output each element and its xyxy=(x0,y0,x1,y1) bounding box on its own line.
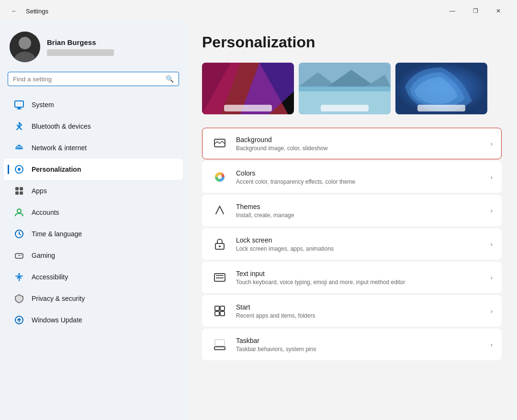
nav-list: System Bluetooth & devices Network & int… xyxy=(0,94,187,331)
svg-point-47 xyxy=(219,245,221,247)
item-title-start: Start xyxy=(236,303,250,311)
thumb-taskbar-3 xyxy=(417,105,465,111)
avatar xyxy=(10,32,40,62)
user-email-redacted xyxy=(47,49,114,56)
apps-icon xyxy=(13,185,25,197)
wallpaper-thumb-3[interactable] xyxy=(395,63,487,114)
settings-item-themes[interactable]: Themes Install, create, manage › xyxy=(202,195,502,226)
accessibility-icon xyxy=(13,271,25,283)
item-title-colors: Colors xyxy=(236,169,255,177)
update-icon xyxy=(13,314,25,326)
svg-rect-59 xyxy=(214,347,225,350)
svg-rect-12 xyxy=(15,191,19,195)
sidebar-item-update[interactable]: Windows Update xyxy=(4,309,183,331)
sidebar-item-accessibility[interactable]: Accessibility xyxy=(4,266,183,287)
title-bar: ← Settings — ❐ ✕ xyxy=(0,0,517,20)
maximize-button[interactable]: ❐ xyxy=(464,3,486,19)
sidebar-item-apps[interactable]: Apps xyxy=(4,180,183,201)
nav-label-system: System xyxy=(32,101,173,109)
sidebar-item-privacy[interactable]: Privacy & security xyxy=(4,288,183,309)
item-text-start: Start Recent apps and items, folders xyxy=(236,303,483,319)
svg-point-7 xyxy=(19,148,20,150)
nav-label-privacy: Privacy & security xyxy=(32,295,173,302)
settings-item-textinput[interactable]: Text input Touch keyboard, voice typing,… xyxy=(202,262,502,293)
chevron-icon-start: › xyxy=(491,308,493,315)
item-title-themes: Themes xyxy=(236,203,260,210)
svg-rect-48 xyxy=(214,274,225,281)
item-text-themes: Themes Install, create, manage xyxy=(236,202,483,219)
chevron-icon-textinput: › xyxy=(491,274,493,281)
app-body: Brian Burgess 🔍 System Bluetooth & devic… xyxy=(0,20,517,420)
nav-label-gaming: Gaming xyxy=(32,252,173,259)
item-title-background: Background xyxy=(236,136,272,144)
chevron-icon-colors: › xyxy=(491,174,493,181)
sidebar-item-system[interactable]: System xyxy=(4,94,183,115)
nav-label-accounts: Accounts xyxy=(32,209,173,216)
sidebar-item-accounts[interactable]: Accounts xyxy=(4,202,183,223)
thumb-taskbar-2 xyxy=(321,105,369,111)
nav-label-update: Windows Update xyxy=(32,316,173,324)
search-input[interactable] xyxy=(13,76,162,83)
settings-item-colors[interactable]: Colors Accent color, transparency effect… xyxy=(202,161,502,193)
background-icon xyxy=(211,135,228,152)
textinput-icon xyxy=(211,269,228,286)
sidebar-item-bluetooth[interactable]: Bluetooth & devices xyxy=(4,116,183,137)
wallpaper-thumb-2[interactable] xyxy=(299,63,391,114)
svg-point-22 xyxy=(18,273,20,275)
svg-point-21 xyxy=(21,255,22,256)
sidebar-item-personalization[interactable]: Personalization xyxy=(4,159,183,180)
settings-list: Background Background image, color, slid… xyxy=(202,128,502,360)
svg-line-17 xyxy=(19,234,21,235)
nav-label-network: Network & internet xyxy=(32,144,173,152)
svg-line-19 xyxy=(18,255,19,256)
system-icon xyxy=(13,99,25,111)
wallpaper-previews xyxy=(202,63,502,114)
search-container: 🔍 xyxy=(0,72,187,94)
privacy-icon xyxy=(13,293,25,304)
svg-point-14 xyxy=(17,209,21,213)
settings-item-lockscreen[interactable]: Lock screen Lock screen images, apps, an… xyxy=(202,228,502,260)
back-button[interactable]: ← xyxy=(8,4,21,18)
search-box[interactable]: 🔍 xyxy=(8,72,179,86)
wallpaper-thumb-1[interactable] xyxy=(202,63,294,114)
gaming-icon xyxy=(13,250,25,261)
settings-item-start[interactable]: Start Recent apps and items, folders › xyxy=(202,295,502,327)
item-text-textinput: Text input Touch keyboard, voice typing,… xyxy=(236,269,483,286)
app-title: Settings xyxy=(26,8,48,15)
lockscreen-icon xyxy=(211,235,228,253)
item-title-textinput: Text input xyxy=(236,270,265,277)
svg-rect-11 xyxy=(20,187,23,190)
svg-rect-4 xyxy=(18,108,21,109)
nav-label-personalization: Personalization xyxy=(32,166,173,173)
user-info: Brian Burgess xyxy=(47,38,114,56)
nav-label-bluetooth: Bluetooth & devices xyxy=(32,122,173,130)
settings-item-taskbar[interactable]: Taskbar Taskbar behaviors, system pins › xyxy=(202,329,502,360)
svg-line-20 xyxy=(19,255,20,256)
user-name: Brian Burgess xyxy=(47,38,114,46)
sidebar-item-time[interactable]: Time & language xyxy=(4,223,183,244)
sidebar-item-network[interactable]: Network & internet xyxy=(4,137,183,158)
accounts-icon xyxy=(13,207,25,218)
search-icon: 🔍 xyxy=(166,75,174,83)
nav-label-accessibility: Accessibility xyxy=(32,273,173,281)
svg-point-9 xyxy=(18,168,21,171)
svg-rect-57 xyxy=(215,311,219,316)
item-text-lockscreen: Lock screen Lock screen images, apps, an… xyxy=(236,236,483,252)
settings-item-background[interactable]: Background Background image, color, slid… xyxy=(202,128,502,159)
minimize-button[interactable]: — xyxy=(441,3,463,19)
chevron-icon-lockscreen: › xyxy=(491,241,493,248)
svg-rect-10 xyxy=(15,187,19,190)
chevron-icon-themes: › xyxy=(491,207,493,214)
item-subtitle-colors: Accent color, transparency effects, colo… xyxy=(236,178,483,185)
svg-rect-55 xyxy=(215,306,219,310)
sidebar-item-gaming[interactable]: Gaming xyxy=(4,245,183,266)
item-subtitle-textinput: Touch keyboard, voice typing, emoji and … xyxy=(236,279,483,286)
item-subtitle-background: Background image, color, slideshow xyxy=(236,145,483,152)
main-content: Personalization xyxy=(187,20,517,420)
svg-rect-60 xyxy=(215,340,225,346)
item-subtitle-start: Recent apps and items, folders xyxy=(236,312,483,319)
user-profile[interactable]: Brian Burgess xyxy=(0,24,187,72)
sidebar: Brian Burgess 🔍 System Bluetooth & devic… xyxy=(0,20,187,420)
close-button[interactable]: ✕ xyxy=(487,3,509,19)
bluetooth-icon xyxy=(13,121,25,132)
